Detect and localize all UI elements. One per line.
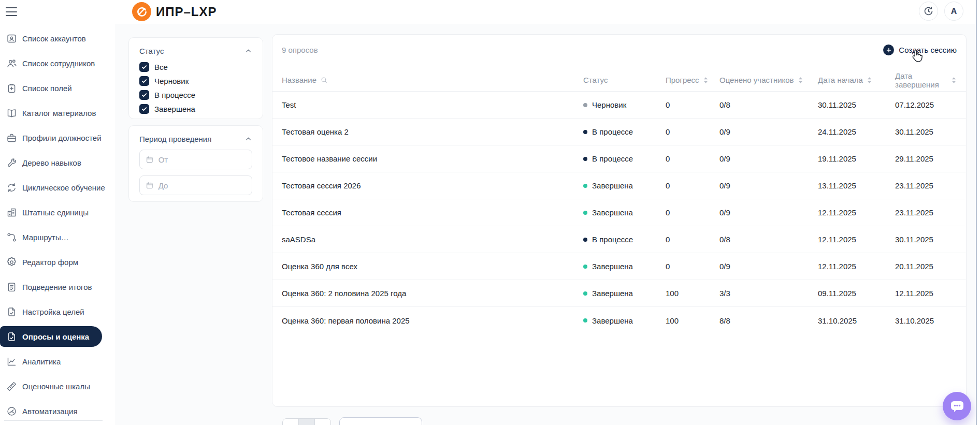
- status-filter-option[interactable]: Черновик: [139, 76, 252, 86]
- cell-date-start: 12.11.2025: [818, 208, 895, 217]
- status-filter-option[interactable]: В процессе: [139, 90, 252, 100]
- table-row[interactable]: TestЧерновик00/830.11.202507.12.2025: [272, 92, 966, 119]
- sidebar-item-surveys-assessment[interactable]: Опросы и оценка: [0, 326, 102, 347]
- status-dot-icon: [583, 265, 587, 269]
- column-header[interactable]: Прогресс: [666, 76, 719, 84]
- cell-rated: 8/8: [719, 316, 818, 325]
- status-label: В процессе: [592, 154, 633, 163]
- sort-icon[interactable]: [798, 77, 803, 84]
- chat-button[interactable]: [943, 392, 971, 420]
- status-dot-icon: [583, 211, 587, 215]
- status-filter-option[interactable]: Все: [139, 62, 252, 72]
- checkbox-checked-icon[interactable]: [139, 76, 149, 86]
- sidebar-item-goal-settings[interactable]: Настройка целей: [0, 299, 103, 324]
- column-header[interactable]: Название: [282, 76, 583, 84]
- sidebar-item-routes[interactable]: Маршруты…: [0, 225, 103, 250]
- column-header[interactable]: Дата начала: [818, 76, 895, 84]
- sort-icon[interactable]: [703, 77, 709, 84]
- sidebar-item-fields-list[interactable]: Список полей: [0, 76, 103, 100]
- column-header-label: Статус: [583, 76, 608, 84]
- create-session-label: Создать сессию: [899, 46, 957, 54]
- sidebar-item-label: Оценочные шкалы: [22, 382, 90, 391]
- doc-check-icon: [6, 331, 17, 342]
- calendar-icon: [146, 181, 154, 190]
- sidebar-item-automation[interactable]: Автоматизация: [0, 399, 103, 423]
- sidebar-item-accounts-list[interactable]: Список аккаунтов: [0, 26, 103, 51]
- cell-rated: 3/3: [719, 289, 818, 298]
- page-size-select[interactable]: [339, 417, 422, 425]
- history-button[interactable]: [919, 2, 938, 21]
- status-label: Завершена: [592, 208, 633, 217]
- sort-icon[interactable]: [867, 77, 872, 84]
- doc-lines-icon: [6, 282, 17, 292]
- sidebar-item-employees-list[interactable]: Список сотрудников: [0, 51, 103, 76]
- table-row[interactable]: Тестовое название сессииВ процессе00/919…: [272, 145, 966, 172]
- sidebar-item-staff-units[interactable]: Штатные единицы: [0, 200, 103, 225]
- date-to-input[interactable]: [158, 181, 246, 190]
- checkbox-label: Все: [154, 63, 168, 71]
- date-from-field[interactable]: [139, 150, 252, 169]
- date-from-input[interactable]: [158, 155, 246, 164]
- checkbox-checked-icon[interactable]: [139, 90, 149, 100]
- cell-name: Оценка 360 для всех: [282, 262, 583, 271]
- sidebar-item-rating-scales[interactable]: Оценочные шкалы: [0, 374, 103, 399]
- sidebar-item-analytics[interactable]: Аналитика: [0, 349, 103, 374]
- status-filter-option[interactable]: Завершена: [139, 104, 252, 114]
- sort-icon[interactable]: [951, 77, 957, 84]
- doc-check-icon: [6, 306, 17, 317]
- sidebar: Список аккаунтовСписок сотрудниковСписок…: [0, 24, 115, 425]
- pagination-next[interactable]: [315, 419, 330, 425]
- sidebar-item-cyclic-learning[interactable]: Циклическое обучение: [0, 175, 103, 200]
- date-to-field[interactable]: [139, 175, 252, 195]
- table-row[interactable]: Тестовая сессия 2026Завершена00/913.11.2…: [272, 172, 966, 199]
- cell-progress: 0: [666, 208, 719, 217]
- status-label: Черновик: [592, 100, 626, 109]
- sidebar-item-label: Список аккаунтов: [22, 34, 86, 43]
- table-row[interactable]: Тестовая оценка 2В процессе00/924.11.202…: [272, 119, 966, 145]
- cell-status: В процессе: [583, 154, 666, 163]
- collapse-chevron-up-icon[interactable]: [244, 135, 252, 143]
- search-icon[interactable]: [320, 76, 328, 84]
- table-row[interactable]: Оценка 360: 2 половина 2025 годаЗавершен…: [272, 280, 966, 307]
- user-avatar[interactable]: A: [944, 2, 963, 21]
- app-title: ИПР–LXP: [156, 5, 217, 19]
- users-icon: [6, 58, 17, 69]
- create-session-button[interactable]: Создать сессию: [883, 45, 957, 55]
- checkbox-checked-icon[interactable]: [139, 104, 149, 114]
- column-header[interactable]: Дата завершения: [895, 71, 957, 89]
- status-label: Завершена: [592, 289, 633, 298]
- calendar-icon: [146, 155, 154, 164]
- cell-date-start: 24.11.2025: [818, 127, 895, 136]
- cell-rated: 0/8: [719, 100, 818, 109]
- sidebar-item-job-profiles[interactable]: Профили должностей: [0, 125, 103, 150]
- refresh-icon: [6, 182, 17, 193]
- sidebar-item-label: Штатные единицы: [22, 208, 89, 217]
- table-row[interactable]: Оценка 360 для всехЗавершена00/912.11.20…: [272, 253, 966, 280]
- cell-status: Завершена: [583, 208, 666, 217]
- pagination-current-page[interactable]: [298, 419, 315, 425]
- surveys-table-card: 9 опросов Создать сессию НазваниеСтатусП…: [272, 34, 967, 407]
- table-row[interactable]: Оценка 360: первая половина 2025Завершен…: [272, 307, 966, 334]
- cell-name: Тестовое название сессии: [282, 154, 583, 163]
- table-row[interactable]: saASDSaВ процессе00/812.11.202530.11.202…: [272, 226, 966, 253]
- cell-name: Тестовая оценка 2: [282, 127, 583, 136]
- pagination-prev[interactable]: [283, 419, 298, 425]
- status-label: Завершена: [592, 316, 633, 325]
- sidebar-item-summary[interactable]: Подведение итогов: [0, 274, 103, 299]
- column-header[interactable]: Оценено участников: [719, 76, 818, 84]
- gear-icon: [6, 257, 17, 268]
- status-dot-icon: [583, 130, 587, 134]
- pagination-pager[interactable]: [282, 418, 331, 425]
- cell-rated: 0/9: [719, 262, 818, 271]
- collapse-chevron-up-icon[interactable]: [244, 47, 252, 55]
- cell-status: Завершена: [583, 181, 666, 190]
- sidebar-item-materials-catalog[interactable]: Каталог материалов: [0, 100, 103, 125]
- cell-date-end: 23.11.2025: [895, 208, 957, 217]
- hamburger-menu-icon[interactable]: [6, 7, 17, 16]
- sidebar-item-skills-tree[interactable]: Дерево навыков: [0, 150, 103, 175]
- table-row[interactable]: Тестовая сессияЗавершена00/912.11.202523…: [272, 199, 966, 226]
- cell-date-start: 12.11.2025: [818, 262, 895, 271]
- sidebar-item-form-editor[interactable]: Редактор форм: [0, 250, 103, 274]
- checkbox-checked-icon[interactable]: [139, 62, 149, 72]
- sidebar-item-label: Подведение итогов: [22, 283, 92, 291]
